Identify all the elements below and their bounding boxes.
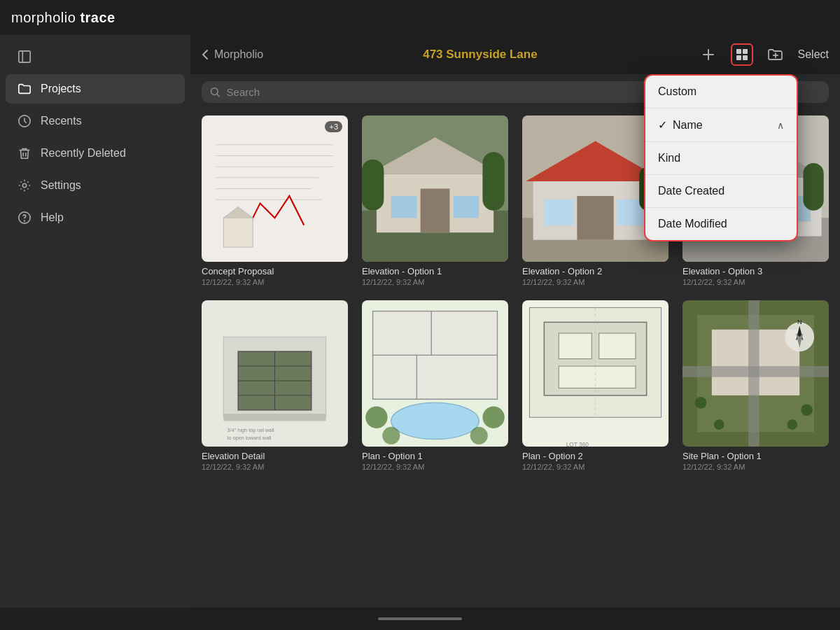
grid-item-elevation-option1[interactable]: Elevation - Option 1 12/12/22, 9:32 AM: [362, 115, 508, 286]
svg-rect-73: [559, 366, 636, 388]
sidebar-item-recently-deleted[interactable]: Recently Deleted: [6, 139, 185, 168]
label-elevation-option2: Elevation - Option 2: [522, 266, 668, 276]
sidebar-item-projects[interactable]: Projects: [6, 74, 185, 104]
date-plan-option2: 12/12/22, 9:32 AM: [522, 463, 668, 471]
thumb-elevation-option1: [362, 115, 508, 262]
svg-point-7: [24, 220, 25, 221]
date-plan-option1: 12/12/22, 9:32 AM: [362, 463, 508, 471]
svg-rect-60: [431, 312, 497, 356]
header-actions: Select: [697, 43, 829, 66]
thumb-svg-plan2: LOT 360: [522, 300, 668, 447]
label-plan-option2: Plan - Option 2: [522, 451, 668, 461]
dropdown-item-date-modified[interactable]: Date Modified: [645, 208, 797, 240]
grid-item-site-plan-option1[interactable]: N Site Plan - Option 1 12/12/22, 9:32 AM: [682, 300, 829, 471]
thumb-plan-option2: LOT 360: [522, 300, 668, 447]
svg-rect-62: [416, 355, 497, 399]
thumb-svg-detail: 3/4" high top rail wall to open toward w…: [202, 300, 348, 447]
thumb-concept-proposal: +3: [202, 115, 348, 262]
content-header: Morpholio 473 Sunnyside Lane: [190, 35, 840, 74]
grid-item-elevation-detail[interactable]: 3/4" high top rail wall to open toward w…: [202, 300, 348, 471]
svg-rect-80: [748, 300, 760, 447]
svg-point-87: [714, 419, 724, 430]
svg-point-86: [801, 404, 813, 416]
help-label: Help: [41, 211, 64, 224]
folder-icon: [17, 81, 32, 97]
date-site-plan-option1: 12/12/22, 9:32 AM: [682, 463, 829, 471]
svg-rect-54: [223, 414, 326, 421]
svg-rect-10: [736, 55, 741, 60]
sidebar-item-toggle[interactable]: [6, 42, 185, 71]
grid-item-concept-proposal[interactable]: +3 Concept Proposal 12/12/22, 9:32 AM: [202, 115, 348, 286]
label-site-plan-option1: Site Plan - Option 1: [682, 451, 829, 461]
app-title-light: morpholio: [11, 10, 80, 25]
label-concept-proposal: Concept Proposal: [202, 266, 348, 276]
svg-rect-61: [373, 355, 417, 399]
select-button[interactable]: Select: [798, 48, 829, 61]
grid-item-plan-option2[interactable]: LOT 360 Plan - Option 2 12/12/22, 9:32 A…: [522, 300, 668, 471]
svg-rect-45: [803, 163, 823, 211]
thumb-elevation-detail: 3/4" high top rail wall to open toward w…: [202, 300, 348, 447]
grid-view-button[interactable]: [731, 43, 753, 66]
back-button[interactable]: Morpholio: [202, 48, 263, 61]
svg-rect-28: [362, 160, 384, 211]
sidebar: Projects Recents Recently: [0, 35, 190, 608]
svg-rect-20: [223, 218, 253, 247]
app-title-bold: trace: [80, 10, 115, 25]
content-area: Morpholio 473 Sunnyside Lane: [190, 35, 840, 608]
svg-rect-72: [599, 333, 636, 359]
dropdown-label-kind: Kind: [658, 152, 680, 164]
svg-point-5: [22, 183, 26, 187]
dropdown-label-date-created: Date Created: [658, 185, 724, 197]
label-elevation-option3: Elevation - Option 3: [682, 266, 829, 276]
svg-rect-9: [743, 49, 748, 54]
recently-deleted-label: Recently Deleted: [41, 147, 126, 160]
svg-rect-35: [544, 200, 573, 225]
svg-rect-8: [736, 49, 741, 54]
svg-rect-29: [482, 152, 504, 211]
svg-text:LOT 360: LOT 360: [566, 441, 589, 447]
sidebar-item-recents[interactable]: Recents: [6, 106, 185, 136]
badge-concept: +3: [325, 121, 342, 132]
sort-dropdown: Custom ✓ Name ∧ Kind Date Created Date M…: [644, 74, 798, 241]
thumb-svg-concept: [202, 115, 348, 262]
dropdown-item-name[interactable]: ✓ Name ∧: [645, 108, 797, 142]
add-button[interactable]: [697, 43, 720, 66]
label-plan-option1: Plan - Option 1: [362, 451, 508, 461]
svg-point-66: [382, 427, 400, 444]
grid-item-plan-option1[interactable]: Plan - Option 1 12/12/22, 9:32 AM: [362, 300, 508, 471]
add-folder-button[interactable]: [764, 43, 787, 66]
date-concept-proposal: 12/12/22, 9:32 AM: [202, 278, 348, 286]
label-elevation-option1: Elevation - Option 1: [362, 266, 508, 276]
svg-point-85: [695, 397, 707, 409]
svg-point-65: [482, 407, 504, 428]
dropdown-label-name: Name: [673, 119, 703, 132]
svg-point-88: [787, 419, 797, 430]
dropdown-item-kind[interactable]: Kind: [645, 142, 797, 175]
home-bar: [378, 617, 462, 620]
sidebar-toggle-icon: [17, 49, 32, 64]
home-indicator: [0, 608, 840, 630]
question-icon: [17, 210, 32, 225]
search-icon: [210, 87, 221, 98]
name-check-mark: ✓: [658, 118, 667, 132]
gear-icon: [17, 178, 32, 193]
settings-label: Settings: [41, 179, 81, 192]
svg-rect-59: [373, 312, 432, 356]
thumb-svg-site: N: [682, 300, 829, 447]
dropdown-item-custom[interactable]: Custom: [645, 76, 797, 108]
thumb-svg-plan1: [362, 300, 508, 447]
dropdown-label-date-modified: Date Modified: [658, 218, 727, 230]
chevron-up-icon: ∧: [777, 120, 784, 131]
page-title: 473 Sunnyside Lane: [272, 48, 688, 62]
dropdown-item-date-created[interactable]: Date Created: [645, 175, 797, 208]
label-elevation-detail: Elevation Detail: [202, 451, 348, 461]
sidebar-item-help[interactable]: Help: [6, 203, 185, 232]
thumb-svg-elevation1: [362, 115, 508, 262]
date-elevation-detail: 12/12/22, 9:32 AM: [202, 463, 348, 471]
sidebar-item-settings[interactable]: Settings: [6, 171, 185, 200]
svg-text:N: N: [797, 318, 802, 326]
svg-text:to open toward wall: to open toward wall: [227, 435, 272, 441]
top-bar: morpholio trace: [0, 0, 840, 35]
svg-rect-25: [421, 189, 450, 233]
projects-label: Projects: [41, 83, 81, 95]
